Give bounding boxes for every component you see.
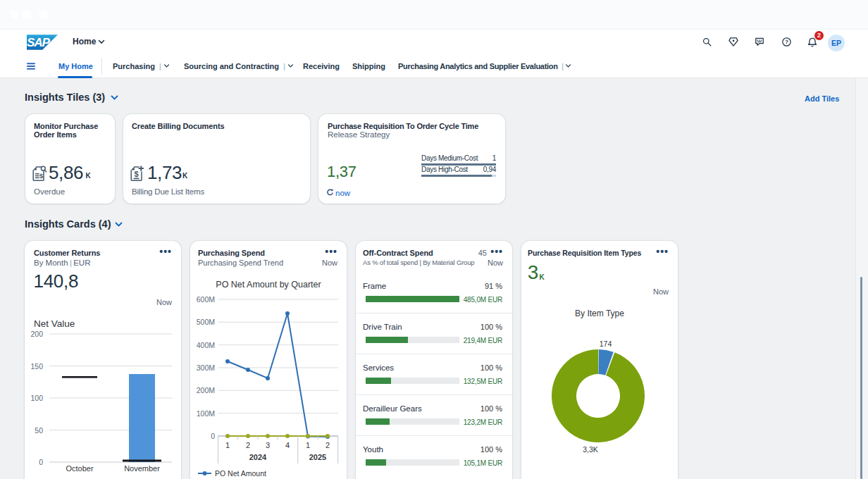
svg-text:October: October <box>66 464 93 473</box>
svg-text:91 %: 91 % <box>485 282 502 290</box>
svg-text:1: 1 <box>225 441 230 449</box>
svg-text:100 %: 100 % <box>480 363 502 372</box>
svg-text:300M: 300M <box>197 363 215 372</box>
svg-text:0: 0 <box>211 432 215 440</box>
svg-text:3,3K: 3,3K <box>583 445 598 454</box>
svg-text:Services: Services <box>363 363 394 372</box>
svg-text:200: 200 <box>30 330 43 338</box>
svg-text:2024: 2024 <box>249 453 267 461</box>
svg-text:2025: 2025 <box>309 453 326 461</box>
svg-text:132,5M EUR: 132,5M EUR <box>464 378 502 385</box>
svg-text:100 %: 100 % <box>480 445 502 454</box>
svg-text:Drive Train: Drive Train <box>363 323 402 331</box>
svg-text:$: $ <box>39 172 44 180</box>
svg-text:Derailleur Gears: Derailleur Gears <box>363 404 422 413</box>
svg-text:200M: 200M <box>197 386 215 394</box>
svg-text:SAP: SAP <box>27 35 51 49</box>
svg-text:105,1M EUR: 105,1M EUR <box>464 459 502 467</box>
svg-text:100M: 100M <box>197 409 215 418</box>
svg-text:2: 2 <box>326 441 330 449</box>
svg-text:123,2M EUR: 123,2M EUR <box>464 418 502 426</box>
svg-text:1: 1 <box>306 441 310 449</box>
svg-text:219,4M EUR: 219,4M EUR <box>464 337 502 344</box>
svg-text:100: 100 <box>30 394 43 402</box>
svg-text:485,0M EUR: 485,0M EUR <box>464 296 502 304</box>
svg-text:600M: 600M <box>197 295 215 304</box>
svg-text:500M: 500M <box>197 318 215 326</box>
svg-text:100 %: 100 % <box>480 404 502 413</box>
svg-text:$: $ <box>135 170 139 178</box>
svg-text:2: 2 <box>246 441 250 449</box>
svg-text:400M: 400M <box>197 341 215 349</box>
svg-text:100 %: 100 % <box>480 323 502 331</box>
svg-text:4: 4 <box>285 441 290 449</box>
svg-text:Youth: Youth <box>363 445 383 454</box>
svg-text:November: November <box>124 464 160 473</box>
svg-text:174: 174 <box>600 340 612 348</box>
svg-text:PO Net Amount: PO Net Amount <box>215 469 266 478</box>
svg-text:?: ? <box>785 39 788 45</box>
svg-text:50: 50 <box>35 426 43 435</box>
svg-text:150: 150 <box>30 362 43 371</box>
svg-text:0: 0 <box>39 458 43 466</box>
svg-text:3: 3 <box>266 441 270 449</box>
svg-text:Frame: Frame <box>363 282 386 290</box>
